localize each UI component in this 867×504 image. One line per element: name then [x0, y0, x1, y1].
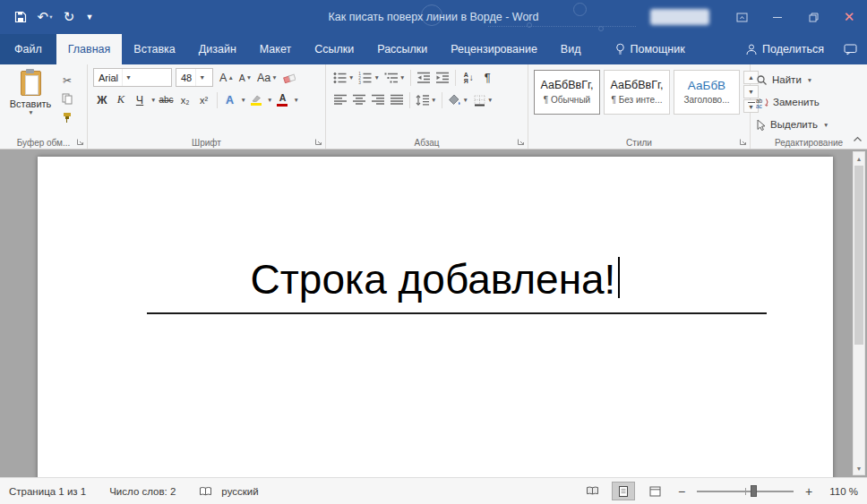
- ribbon-display-options-button[interactable]: [724, 0, 760, 34]
- comments-button[interactable]: [833, 34, 867, 64]
- find-button[interactable]: Найти ▼: [756, 71, 862, 89]
- scroll-down-arrow[interactable]: ▼: [854, 462, 864, 474]
- borders-arrow-icon[interactable]: ▼: [487, 97, 493, 103]
- justify-button[interactable]: [388, 90, 406, 109]
- increase-indent-button[interactable]: [434, 68, 451, 87]
- align-center-button[interactable]: [350, 90, 368, 109]
- zoom-in-button[interactable]: +: [802, 484, 816, 499]
- shrink-font-button[interactable]: А▼: [236, 68, 254, 87]
- vertical-scrollbar[interactable]: ▲ ▼: [853, 151, 865, 475]
- paragraph-dialog-launcher[interactable]: [516, 137, 526, 147]
- tab-file[interactable]: Файл: [0, 34, 56, 64]
- tab-layout[interactable]: Макет: [248, 34, 303, 64]
- web-layout-button[interactable]: [643, 482, 666, 500]
- text-effects-button[interactable]: А: [221, 90, 239, 109]
- font-dialog-launcher[interactable]: [313, 137, 323, 147]
- tab-home[interactable]: Главная: [56, 34, 123, 64]
- font-size-combo[interactable]: 48 ▼: [176, 68, 213, 87]
- sort-button[interactable]: А Я ↓: [459, 68, 477, 87]
- shading-button[interactable]: ▼: [446, 90, 469, 109]
- italic-button[interactable]: К: [112, 90, 130, 109]
- paste-dropdown-arrow-icon[interactable]: ▼: [28, 109, 33, 115]
- styles-dialog-launcher[interactable]: [738, 137, 748, 147]
- superscript-button[interactable]: x²: [195, 90, 213, 109]
- redo-button[interactable]: ↻: [57, 4, 81, 30]
- zoom-slider[interactable]: [697, 491, 794, 492]
- style-normal[interactable]: АаБбВвГг, ¶ Обычный: [534, 70, 600, 115]
- font-name-combo[interactable]: Arial ▼: [93, 68, 172, 87]
- close-button[interactable]: ✕: [831, 0, 867, 34]
- collapse-ribbon-button[interactable]: [853, 130, 863, 146]
- decrease-indent-button[interactable]: [415, 68, 433, 87]
- bullets-arrow-icon[interactable]: ▼: [348, 74, 354, 81]
- bold-button[interactable]: Ж: [93, 90, 111, 109]
- multilevel-arrow-icon[interactable]: ▼: [399, 74, 405, 81]
- bullets-button[interactable]: ▼: [331, 68, 356, 87]
- tab-mailings[interactable]: Рассылки: [365, 34, 439, 64]
- strikethrough-button[interactable]: abc: [157, 90, 175, 109]
- numbering-arrow-icon[interactable]: ▼: [373, 74, 379, 81]
- copy-button[interactable]: [57, 90, 77, 107]
- scroll-up-arrow[interactable]: ▲: [854, 152, 864, 165]
- tab-view[interactable]: Вид: [549, 34, 593, 64]
- grow-font-button[interactable]: А▲: [218, 68, 236, 87]
- select-arrow-icon[interactable]: ▼: [823, 122, 828, 128]
- zoom-level[interactable]: 110 %: [824, 486, 858, 497]
- customize-qat-button[interactable]: ▼: [82, 4, 98, 30]
- tab-review[interactable]: Рецензирование: [439, 34, 549, 64]
- document-text-line[interactable]: Строка добавлена!: [38, 255, 833, 303]
- undo-dropdown-arrow-icon[interactable]: ▾: [49, 13, 52, 21]
- paste-button[interactable]: Вставить ▼: [5, 68, 56, 126]
- style-heading1[interactable]: АаБбВ Заголово...: [674, 70, 740, 115]
- document-page[interactable]: Строка добавлена!: [38, 157, 833, 477]
- minimize-button[interactable]: [760, 0, 795, 34]
- scrollbar-thumb[interactable]: [854, 166, 863, 345]
- font-size-dropdown-arrow-icon[interactable]: ▼: [195, 69, 208, 86]
- clear-formatting-button[interactable]: [280, 68, 298, 87]
- change-case-button[interactable]: Aa▼: [255, 68, 279, 87]
- shading-arrow-icon[interactable]: ▼: [462, 97, 468, 103]
- clipboard-dialog-launcher[interactable]: [75, 137, 85, 147]
- tell-me-assistant[interactable]: Помощник: [606, 34, 693, 64]
- user-account-redacted[interactable]: [650, 9, 709, 25]
- numbering-button[interactable]: 123 ▼: [356, 68, 381, 87]
- zoom-out-button[interactable]: −: [674, 484, 689, 499]
- show-paragraph-marks-button[interactable]: ¶: [478, 68, 496, 87]
- format-painter-button[interactable]: [57, 109, 77, 126]
- underline-arrow-icon[interactable]: ▼: [150, 97, 156, 103]
- highlight-button[interactable]: [247, 90, 265, 109]
- undo-button[interactable]: ↶▾: [33, 4, 56, 30]
- lightbulb-icon: [615, 43, 625, 56]
- proofing-book-icon[interactable]: [199, 486, 212, 497]
- style-no-spacing[interactable]: АаБбВвГг, ¶ Без инте...: [604, 70, 670, 115]
- word-count[interactable]: Число слов: 2: [109, 486, 176, 497]
- page-indicator[interactable]: Страница 1 из 1: [9, 486, 86, 497]
- save-button[interactable]: [9, 4, 32, 30]
- tab-design[interactable]: Дизайн: [187, 34, 248, 64]
- line-spacing-arrow-icon[interactable]: ▼: [431, 97, 436, 103]
- underline-button[interactable]: Ч: [131, 90, 149, 109]
- text-effects-arrow-icon[interactable]: ▼: [241, 97, 246, 103]
- read-mode-button[interactable]: [580, 482, 604, 500]
- tab-references[interactable]: Ссылки: [303, 34, 365, 64]
- share-button[interactable]: Поделиться: [737, 34, 833, 64]
- zoom-slider-thumb[interactable]: [751, 485, 757, 497]
- font-color-arrow-icon[interactable]: ▼: [293, 97, 298, 103]
- line-spacing-button[interactable]: ▼: [414, 90, 438, 109]
- subscript-button[interactable]: x₂: [176, 90, 194, 109]
- replace-button[interactable]: ab ac Заменить: [756, 93, 862, 111]
- cut-button[interactable]: ✂: [57, 72, 77, 89]
- align-right-button[interactable]: [369, 90, 387, 109]
- font-color-button[interactable]: А: [273, 90, 291, 109]
- multilevel-list-button[interactable]: ▼: [382, 68, 407, 87]
- print-layout-button[interactable]: [612, 482, 635, 500]
- align-left-button[interactable]: [331, 90, 349, 109]
- borders-button[interactable]: ▼: [471, 90, 494, 109]
- select-button[interactable]: Выделить ▼: [756, 115, 862, 133]
- language-indicator[interactable]: русский: [221, 486, 258, 497]
- font-name-dropdown-arrow-icon[interactable]: ▼: [122, 69, 134, 86]
- maximize-button[interactable]: [795, 0, 831, 34]
- highlight-arrow-icon[interactable]: ▼: [267, 97, 272, 103]
- tab-insert[interactable]: Вставка: [122, 34, 186, 64]
- find-arrow-icon[interactable]: ▼: [807, 77, 812, 83]
